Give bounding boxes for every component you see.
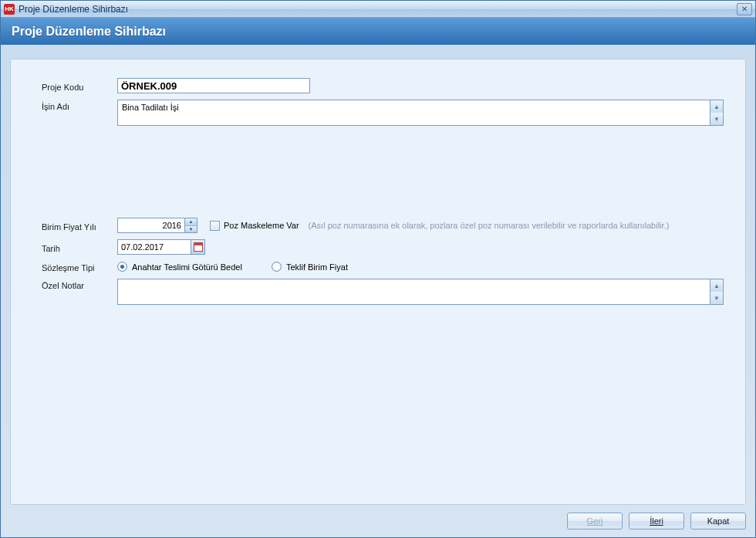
poz-mask-checkbox[interactable] [210,221,220,231]
date-picker [117,239,205,255]
ozel-notlar-textarea[interactable] [117,279,710,305]
label-tarih: Tarih [42,242,113,253]
app-icon: HK [4,4,15,15]
poz-mask-checkbox-wrap[interactable]: Poz Maskeleme Var [210,221,299,231]
year-input[interactable] [117,218,185,233]
isin-adi-textarea[interactable] [117,100,710,126]
label-birim-fiyat-yili: Birim Fiyat Yılı [42,220,113,232]
titlebar: HK Proje Düzenleme Sihirbazı ✕ [1,1,755,18]
button-bar: Geri İleri Kapat [10,505,746,530]
ozel-notlar-wrap: ▲ ▼ [117,279,724,305]
label-isin-adi: İşin Adı [42,100,113,111]
label-sozlesme-tipi: Sözleşme Tipi [42,261,113,272]
year-spinner: ▲ ▼ [117,218,197,233]
row-isin-adi: İşin Adı ▲ ▼ [42,100,724,211]
proje-kodu-input[interactable] [117,78,310,93]
isin-adi-wrap: ▲ ▼ [117,100,724,126]
radio-icon-checked [117,262,127,272]
wizard-window: HK Proje Düzenleme Sihirbazı ✕ Proje Düz… [0,0,756,538]
year-spinner-buttons: ▲ ▼ [185,218,197,233]
date-picker-button[interactable] [191,239,205,255]
poz-mask-label: Poz Maskeleme Var [224,221,299,230]
row-tarih: Tarih [42,239,724,255]
chevron-down-icon: ▼ [189,227,194,232]
row-proje-kodu: Proje Kodu [42,78,724,93]
form-panel: Proje Kodu İşin Adı ▲ ▼ Birim Fiyat Yılı [10,59,746,505]
date-input[interactable] [117,239,191,255]
radio-teklif-birim-fiyat[interactable]: Teklif Birim Fiyat [272,262,348,272]
wizard-header: Proje Düzenleme Sihirbazı [1,18,755,45]
next-label: İleri [650,516,663,526]
close-icon: ✕ [741,5,748,13]
back-button: Geri [567,513,623,530]
row-birim-fiyat-yili: Birim Fiyat Yılı ▲ ▼ Poz Maskeleme Var (… [42,218,724,233]
isin-adi-scrollbar[interactable]: ▲ ▼ [710,100,724,126]
close-button[interactable]: ✕ [737,3,752,15]
year-spin-up[interactable]: ▲ [185,218,197,226]
window-title: Proje Düzenleme Sihirbazı [19,4,737,15]
ozel-notlar-scrollbar[interactable]: ▲ ▼ [710,279,724,305]
sozlesme-radio-group: Anahtar Teslimi Götürü Bedel Teklif Biri… [117,262,348,272]
next-button[interactable]: İleri [629,513,684,530]
radio-icon-unchecked [272,262,282,272]
radio-anahtar-teslimi[interactable]: Anahtar Teslimi Götürü Bedel [117,262,242,272]
scroll-up-icon: ▲ [710,100,723,113]
year-spin-down[interactable]: ▼ [185,226,197,233]
row-ozel-notlar: Özel Notlar ▲ ▼ [42,279,724,490]
row-sozlesme-tipi: Sözleşme Tipi Anahtar Teslimi Götürü Bed… [42,261,724,272]
close-label: Kapat [707,516,730,526]
close-footer-button[interactable]: Kapat [690,513,746,530]
chevron-up-icon: ▲ [189,219,194,224]
label-ozel-notlar: Özel Notlar [42,279,113,290]
scroll-down-icon: ▼ [710,292,723,304]
label-proje-kodu: Proje Kodu [42,80,113,92]
wizard-header-text: Proje Düzenleme Sihirbazı [12,25,166,39]
back-label: Geri [587,516,603,526]
content-area: Proje Kodu İşin Adı ▲ ▼ Birim Fiyat Yılı [1,45,755,537]
radio-label-1: Teklif Birim Fiyat [286,262,348,272]
poz-mask-hint: (Asıl poz numarasına ek olarak, pozlara … [309,221,670,230]
scroll-up-icon: ▲ [710,279,723,292]
scroll-down-icon: ▼ [710,113,723,125]
radio-label-0: Anahtar Teslimi Götürü Bedel [132,262,242,272]
calendar-icon [194,242,203,252]
